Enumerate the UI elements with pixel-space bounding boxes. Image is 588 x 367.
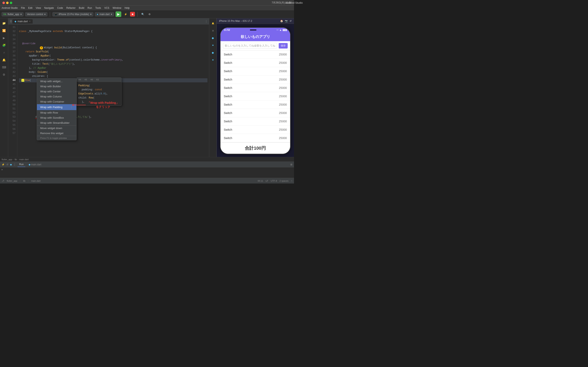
sidebar-icon-project[interactable]: 📁 — [1, 20, 7, 26]
project-selector[interactable]: FA flutter_app ▾ — [2, 12, 24, 16]
menu-code[interactable]: Code — [57, 7, 63, 9]
sidebar-right-icon-flutter2[interactable]: ✦ — [210, 57, 216, 63]
menu-item-wrap-center[interactable]: Wrap with Center — [37, 89, 76, 94]
breadcrumb-folder[interactable]: lib — [15, 158, 17, 161]
menu-vcs[interactable]: VCS — [104, 7, 109, 9]
sidebar-icon-settings[interactable]: ⚙ — [1, 71, 7, 78]
menu-item-wrap-row[interactable]: Wrap with Row — [37, 110, 76, 115]
switch-price-3: 25000 — [279, 69, 287, 73]
run-button[interactable]: ▶ — [116, 11, 121, 17]
switch-label-11: Switch — [224, 136, 232, 140]
line-numbers: 31 32 33 34 35 36 37 38 39 40 41 42 43 4… — [8, 25, 17, 157]
menu-item-move-down[interactable]: Move widget down — [37, 125, 76, 131]
breadcrumb-separator-1: › — [13, 158, 14, 161]
menu-item-wrap-column[interactable]: Wrap with Column — [37, 94, 76, 99]
menu-tools[interactable]: Tools — [95, 7, 101, 9]
switch-price-6: 25000 — [279, 95, 287, 98]
switch-row-5: Switch 25000 — [221, 84, 290, 92]
popup-line-2: padding: const EdgeInsets.all(8.0), — [78, 88, 120, 96]
sidebar-right-icon-flutter[interactable]: ✦ — [210, 42, 216, 49]
file-selector[interactable]: ● main.dart ▾ — [95, 12, 114, 16]
stop-button[interactable]: ■ — [130, 12, 135, 17]
iphone-status-bar: 11:52 ··· ▲ ▮▮▮ — [221, 28, 290, 32]
menu-android-studio[interactable]: Android Studio — [2, 7, 18, 9]
menu-item-wrap-container[interactable]: Wrap with Container — [37, 99, 76, 104]
close-button[interactable] — [2, 2, 5, 4]
window-controls — [2, 2, 12, 4]
switch-price-1: 25000 — [279, 53, 287, 56]
rotate-icon[interactable]: ↺ — [290, 20, 292, 22]
wifi-icon: ▲ — [279, 29, 282, 31]
menu-view[interactable]: View — [36, 7, 41, 9]
close-tab-icon[interactable]: ✕ — [29, 20, 31, 22]
hamburger-icon[interactable]: ☰ — [10, 20, 12, 23]
device-selector[interactable]: 📱 iPhone 15 Pro Max (mobile) ▾ — [52, 12, 93, 16]
battery-icon: ▮▮▮ — [283, 29, 287, 31]
popup-content: Padding( padding: const EdgeInsets.all(8… — [77, 82, 121, 106]
vcs-selector[interactable]: Version control ▾ — [25, 12, 47, 16]
menu-item-wrap-streambuilder[interactable]: Wrap with StreamBuilder — [37, 120, 76, 125]
breadcrumb-file[interactable]: main.dart — [19, 158, 29, 161]
menu-help[interactable]: Help — [125, 7, 130, 9]
traffic-lights[interactable] — [2, 2, 12, 4]
code-line-32: class _MyHomePageState extends State<MyH… — [19, 29, 208, 33]
save-button-mock[interactable]: 保存 — [279, 43, 288, 49]
menu-window[interactable]: Window — [112, 7, 121, 9]
code-editor[interactable]: 31 32 33 34 35 36 37 38 39 40 41 42 43 4… — [8, 25, 209, 157]
home-icon[interactable]: 🏠 — [280, 20, 283, 22]
menu-edit[interactable]: Edit — [28, 7, 33, 9]
settings-button[interactable]: ⚙ — [147, 12, 152, 17]
menu-item-remove-widget[interactable]: Remove this widget — [37, 131, 76, 136]
menu-item-wrap-widget[interactable]: Wrap with widget... — [37, 79, 76, 84]
sidebar-icon-terminal[interactable]: ⌨ — [1, 64, 7, 71]
console-lightning-icon: ⚡ — [2, 163, 5, 166]
console-tab-main[interactable]: ◆ main.dart — [27, 162, 43, 167]
editor-tab-main-dart[interactable]: ◆ main.dart ✕ — [12, 19, 33, 24]
menu-run[interactable]: Run — [87, 7, 92, 9]
console-expand-icon[interactable]: ⊞ — [290, 163, 292, 166]
sidebar-right-icon-1[interactable]: 🔔 — [210, 20, 216, 26]
console-reload-icon[interactable]: ↺ — [6, 163, 8, 166]
photo-icon[interactable]: 📷 — [285, 20, 288, 22]
search-input-mock[interactable]: 欲しいものを入力してね金額を入力してね — [223, 43, 277, 49]
sidebar-icon-vcs[interactable]: 🔀 — [1, 27, 7, 34]
menu-file[interactable]: File — [21, 7, 25, 9]
menu-item-wrap-builder[interactable]: Wrap with Builder — [37, 84, 76, 89]
switch-row-8: Switch 25000 — [221, 109, 290, 117]
sidebar-icon-notifications[interactable]: 🔔 — [1, 57, 7, 63]
sidebar-icon-run[interactable]: ▶ — [1, 35, 7, 41]
menu-item-wrap-padding[interactable]: Wrap with Padding ⋮ — [37, 104, 76, 110]
fullscreen-button[interactable] — [10, 2, 12, 4]
switch-row-2: Switch 25000 — [221, 59, 290, 67]
app-footer: 合計100円 — [221, 142, 290, 154]
minimize-button[interactable] — [6, 2, 9, 4]
context-menu: Wrap with widget... Wrap with Builder Wr… — [37, 78, 77, 140]
console-tab-run[interactable]: Run — [17, 162, 25, 167]
switch-price-8: 25000 — [279, 111, 287, 115]
console-more-icon[interactable]: ⋮ — [13, 163, 16, 166]
console-content[interactable]: ▶ — [0, 167, 294, 178]
switch-label-3: Switch — [224, 69, 232, 73]
sidebar-icon-extensions[interactable]: 🧩 — [1, 42, 7, 49]
menu-refactor[interactable]: Refactor — [66, 7, 76, 9]
sidebar-right-icon-dart[interactable]: ◆ — [210, 35, 216, 41]
search-button[interactable]: 🔍 — [140, 12, 146, 17]
menu-item-wrap-sizedbox[interactable]: Wrap with SizedBox — [37, 115, 76, 120]
as-toolbar: FA flutter_app ▾ Version control ▾ 📱 iPh… — [0, 10, 294, 18]
breadcrumb-project[interactable]: flutter_app — [2, 158, 12, 161]
mac-titlebar: Android Studio 7月29日(月) 11:52 — [0, 0, 294, 6]
hot-reload-button[interactable]: ⚡ — [123, 12, 129, 17]
menu-bar: Android Studio File Edit View Navigate C… — [0, 6, 294, 10]
more-options-icon[interactable]: ⋮ — [205, 20, 208, 23]
phone-icon: 📱 — [54, 13, 57, 16]
indent-size: 2 spaces — [279, 180, 288, 182]
switch-price-11: 25000 — [279, 136, 287, 140]
switch-price-2: 25000 — [279, 61, 287, 64]
app-title: 欲しいものアプリ — [241, 35, 270, 39]
menu-build[interactable]: Build — [79, 7, 84, 9]
menu-navigate[interactable]: Navigate — [44, 7, 54, 9]
sidebar-right-icon-2[interactable]: ⊞ — [210, 27, 216, 34]
sidebar-right-icon-dart2[interactable]: ◆ — [210, 49, 216, 56]
sidebar-icon-git[interactable]: ⑃ — [1, 49, 7, 56]
code-preview-popup: 44 45 46 62 Padding( padding: const Edge… — [77, 77, 121, 106]
